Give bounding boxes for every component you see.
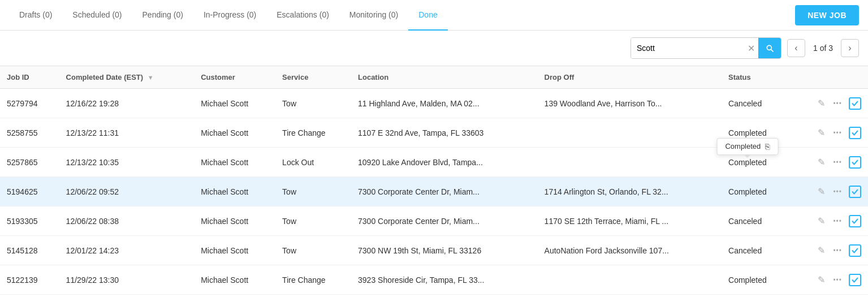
col-header-drop-off: Drop Off [538,66,722,89]
edit-button[interactable]: ✎ [817,244,826,257]
tooltip-label: Completed [725,142,761,150]
cell-location: 3923 Shoreside Cir, Tampa, FL 33... [351,265,538,295]
cell-completed-date: 12/16/22 19:28 [59,89,195,118]
search-input[interactable] [631,38,744,58]
edit-icon: ✎ [818,127,825,138]
cell-completed-date: 12/06/22 09:52 [59,177,195,206]
tooltip-box: Completed ⎘ [716,138,778,155]
tab-escalations[interactable]: Escalations (0) [266,0,339,31]
more-icon: ••• [833,188,842,196]
prev-page-button[interactable]: ‹ [787,39,805,57]
row-checkbox[interactable] [849,156,861,169]
row-checkbox[interactable] [849,274,861,286]
col-header-completed-date[interactable]: Completed Date (EST) ▼ [59,66,195,89]
more-icon: ••• [833,247,842,255]
cell-completed-date: 11/15/22 16:50 [59,295,195,298]
edit-button[interactable]: ✎ [817,97,826,110]
search-icon [765,44,774,53]
cell-customer: Michael Scott [194,177,275,206]
row-checkbox[interactable] [849,186,861,198]
cell-status: Completed [722,265,791,295]
search-button[interactable] [758,37,781,59]
action-icons-group: ✎ ••• [797,214,861,227]
status-text: Completed [728,276,767,285]
edit-button[interactable]: ✎ [817,156,826,169]
search-clear-button[interactable]: ✕ [744,43,758,54]
status-text: Canceled [728,99,762,108]
more-options-button[interactable]: ••• [832,128,843,138]
cell-drop-off [538,148,722,177]
more-options-button[interactable]: ••• [832,187,843,197]
row-checkbox[interactable] [849,244,861,257]
check-icon [852,277,858,283]
edit-icon: ✎ [818,98,825,109]
more-options-button[interactable]: ••• [832,216,843,226]
cell-status: Canceled [722,89,791,118]
more-options-button[interactable]: ••• [832,275,843,285]
action-icons-group: ✎ ••• [797,156,861,169]
cell-service: Tow [275,206,351,236]
cell-drop-off: 139 Woodland Ave, Harrison To... [538,89,722,118]
cell-completed-date: 12/01/22 14:23 [59,236,195,265]
edit-button[interactable]: ✎ [817,126,826,139]
table-row: 5145128 12/01/22 14:23 Michael Scott Tow… [0,236,868,265]
cell-actions: ✎ ••• [791,295,868,298]
cell-customer: Michael Scott [194,295,275,298]
cell-status: Completed [722,177,791,206]
tab-done[interactable]: Done [408,0,447,31]
cell-job-id: 5145128 [0,236,59,265]
row-checkbox[interactable] [849,127,861,139]
edit-button[interactable]: ✎ [817,273,826,286]
more-icon: ••• [833,129,842,137]
more-icon: ••• [833,158,842,166]
tab-monitoring[interactable]: Monitoring (0) [339,0,408,31]
cell-status: Canceled [722,236,791,265]
row-checkbox[interactable] [849,215,861,227]
tab-in-progress[interactable]: In-Progress (0) [193,0,266,31]
cell-job-id: 5279794 [0,89,59,118]
tabs-bar: Drafts (0) Scheduled (0) Pending (0) In-… [0,0,868,31]
col-header-status: Status [722,66,791,89]
copy-icon[interactable]: ⎘ [765,142,770,151]
status-text: Canceled [728,217,762,226]
more-icon: ••• [833,217,842,225]
cell-service: Tire Change [275,265,351,295]
table-row: 5193305 12/06/22 08:38 Michael Scott Tow… [0,206,868,236]
tab-pending[interactable]: Pending (0) [132,0,193,31]
tab-scheduled[interactable]: Scheduled (0) [62,0,132,31]
cell-completed-date: 12/13/22 10:35 [59,148,195,177]
edit-icon: ✎ [818,157,825,167]
status-text: Canceled [728,246,762,255]
row-checkbox[interactable] [849,97,861,110]
more-options-button[interactable]: ••• [832,98,843,109]
edit-button[interactable]: ✎ [817,214,826,227]
new-job-button[interactable]: NEW JOB [795,5,859,25]
cell-customer: Michael Scott [194,206,275,236]
cell-location: 5370 Ehrlich Rd, Tampa, FL 33625 [351,295,538,298]
cell-completed-date: 12/06/22 08:38 [59,206,195,236]
tab-drafts[interactable]: Drafts (0) [9,0,62,31]
check-icon [852,247,858,254]
col-header-actions [791,66,868,89]
col-header-service: Service [275,66,351,89]
search-box: ✕ [631,37,781,59]
more-icon: ••• [833,100,842,107]
next-page-button[interactable]: › [841,39,859,57]
table-row: 5279794 12/16/22 19:28 Michael Scott Tow… [0,89,868,118]
cell-service: Lock Out [275,148,351,177]
cell-customer: Michael Scott [194,118,275,148]
col-header-customer: Customer [194,66,275,89]
cell-actions: ✎ ••• [791,265,868,295]
cell-actions: ✎ ••• [791,206,868,236]
cell-location: 7300 NW 19th St, Miami, FL 33126 [351,236,538,265]
edit-button[interactable]: ✎ [817,185,826,198]
action-icons-group: ✎ ••• [797,185,861,198]
check-icon [852,100,858,107]
cell-status: Completed Completed ⎘ [722,148,791,177]
cell-customer: Michael Scott [194,236,275,265]
cell-location: 7300 Corporate Center Dr, Miam... [351,206,538,236]
cell-drop-off [538,118,722,148]
more-options-button[interactable]: ••• [832,157,843,167]
check-icon [852,188,858,195]
more-options-button[interactable]: ••• [832,246,843,256]
